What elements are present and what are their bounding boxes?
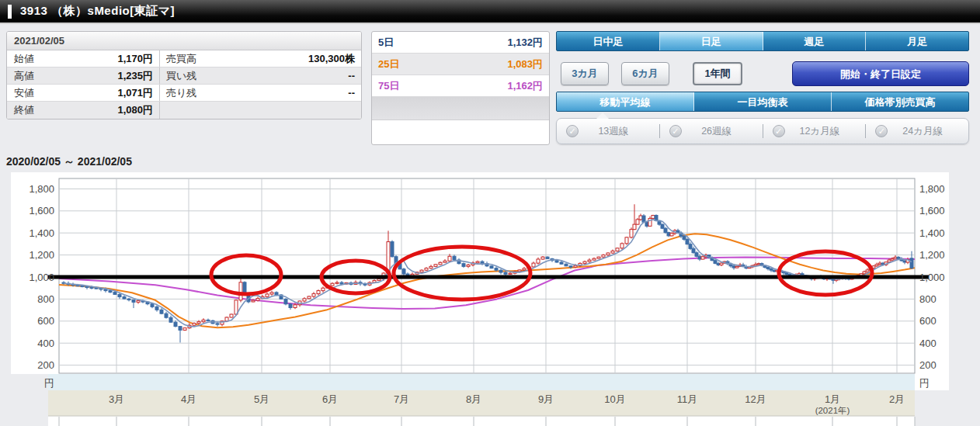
selected-tab-notch	[596, 113, 609, 119]
ma-row-75日: 75日1,162円	[372, 75, 549, 97]
axis-label: 円	[44, 377, 54, 389]
axis-label: 1,800	[919, 183, 945, 195]
checkbox-26週線[interactable]: ✓26週線	[660, 125, 763, 138]
axis-label: 800	[919, 293, 937, 305]
start-end-date-button[interactable]: 開始・終了日設定	[792, 61, 969, 86]
q-lab1: 安値	[7, 86, 52, 100]
check-circle-icon: ✓	[669, 125, 682, 137]
ma-value: 1,162円	[399, 79, 543, 93]
ma-label: 75日	[378, 79, 399, 93]
axis-label: 1,400	[29, 227, 54, 239]
quote-row: 高値1,235円買い残--	[7, 68, 361, 85]
axis-label: 11月	[677, 393, 698, 405]
tab-一目均衡表[interactable]: 一目均衡表	[694, 92, 832, 111]
stock-title: 3913 （株）sMedio[東証マ]	[20, 4, 175, 19]
checkbox-label: 26週線	[682, 125, 763, 138]
checkbox-label: 24カ月線	[888, 125, 968, 138]
quote-row: 安値1,071円売り残--	[7, 85, 361, 102]
q-val1: 1,235円	[52, 69, 153, 83]
axis-label: 1,400	[919, 227, 945, 239]
price-chart: 3月4月5月6月7月8月9月10月11月12月1月(2021年)2月200200…	[0, 172, 980, 426]
axis-label: 5月	[254, 393, 269, 405]
quote-row: 始値1,170円売買高130,300株	[7, 50, 361, 68]
axis-label: 200	[919, 359, 937, 371]
axis-label: 3月	[109, 393, 124, 405]
axis-label: 400	[37, 338, 54, 349]
axis-label: 1,600	[29, 205, 54, 216]
chart-date-range: 2020/02/05 ～ 2021/02/05	[6, 155, 132, 169]
ma-checkbox-panel: ✓13週線✓26週線✓12カ月線✓24カ月線	[556, 118, 969, 144]
q-lab2: 売買高	[160, 52, 214, 66]
q-div	[159, 102, 160, 119]
range-button-6m[interactable]: 6カ月	[621, 62, 669, 85]
checkbox-13週線[interactable]: ✓13週線	[557, 125, 659, 138]
period-tabbar: 日中足日足週足月足	[556, 31, 969, 51]
tab-価格帯別売買高[interactable]: 価格帯別売買高	[832, 92, 968, 111]
axis-label: (2021年)	[815, 406, 850, 415]
quote-rows: 始値1,170円売買高130,300株高値1,235円買い残--安値1,071円…	[7, 50, 361, 119]
checkbox-label: 13週線	[579, 125, 659, 138]
axis-label: 1,000	[919, 272, 945, 283]
quote-panel: 2021/02/05 始値1,170円売買高130,300株高値1,235円買い…	[6, 31, 362, 119]
tab-日足[interactable]: 日足	[660, 32, 763, 50]
band-right-gutter	[915, 390, 980, 426]
q-val2: --	[214, 70, 361, 81]
ma-row-25日: 25日1,083円	[372, 54, 549, 75]
q-lab2: 買い残	[160, 69, 214, 83]
ma-label: 25日	[378, 57, 399, 71]
right-gutter	[949, 172, 980, 426]
check-circle-icon: ✓	[773, 125, 785, 137]
ma-panel-spacer	[372, 97, 549, 120]
ma-value: 1,132円	[394, 36, 543, 50]
axis-label: 400	[919, 338, 937, 349]
axis-label: 円	[919, 377, 930, 389]
axis-label: 600	[919, 315, 937, 327]
axis-label: 800	[37, 293, 54, 305]
axis-label: 1,200	[29, 249, 54, 261]
tab-週足[interactable]: 週足	[763, 32, 867, 50]
band-left-gutter	[0, 374, 48, 426]
axis-label: 6月	[322, 393, 338, 405]
title-bar: 3913 （株）sMedio[東証マ]	[0, 0, 980, 24]
check-circle-icon: ✓	[875, 125, 888, 137]
quote-row: 終値1,080円	[7, 102, 361, 119]
tab-移動平均線[interactable]: 移動平均線	[557, 92, 694, 111]
tab-日中足[interactable]: 日中足	[557, 32, 660, 50]
q-lab1: 始値	[7, 52, 52, 66]
q-val1: 1,170円	[52, 52, 153, 66]
tab-月足[interactable]: 月足	[866, 32, 968, 50]
axis-label: 1,600	[919, 205, 945, 216]
q-lab2: 売り残	[160, 86, 214, 100]
axis-label: 8月	[466, 393, 481, 405]
q-val2: 130,300株	[214, 52, 361, 66]
range-button-1y[interactable]: 1年間	[693, 62, 742, 85]
band-blue	[48, 374, 915, 390]
axis-label: 12月	[745, 393, 766, 405]
q-lab1: 高値	[7, 69, 52, 83]
ma-values-panel: 5日1,132円25日1,083円75日1,162円	[371, 31, 550, 145]
axis-label: 7月	[394, 393, 409, 405]
check-circle-icon: ✓	[566, 125, 579, 137]
checkbox-24カ月線[interactable]: ✓24カ月線	[866, 125, 968, 138]
title-accent-bar	[8, 5, 12, 19]
q-val2: --	[214, 87, 361, 99]
ma-label: 5日	[378, 36, 394, 50]
q-val1: 1,080円	[52, 103, 153, 117]
range-button-3m[interactable]: 3カ月	[561, 62, 609, 85]
checkbox-label: 12カ月線	[785, 125, 866, 138]
axis-label: 600	[37, 315, 54, 327]
q-val1: 1,071円	[52, 86, 153, 100]
ma-value: 1,083円	[399, 57, 543, 71]
checkbox-12カ月線[interactable]: ✓12カ月線	[763, 125, 866, 138]
axis-label: 1,000	[29, 272, 54, 283]
axis-label: 2月	[889, 393, 905, 405]
q-lab1: 終値	[7, 103, 52, 117]
axis-label: 1,800	[29, 183, 54, 195]
ma-rows: 5日1,132円25日1,083円75日1,162円	[372, 32, 549, 97]
axis-label: 1月	[825, 393, 840, 405]
ma-row-5日: 5日1,132円	[372, 32, 549, 54]
axis-label: 200	[37, 359, 54, 371]
key-price-line-1000	[48, 275, 929, 279]
axis-label: 9月	[538, 393, 554, 405]
axis-label: 4月	[181, 393, 196, 405]
